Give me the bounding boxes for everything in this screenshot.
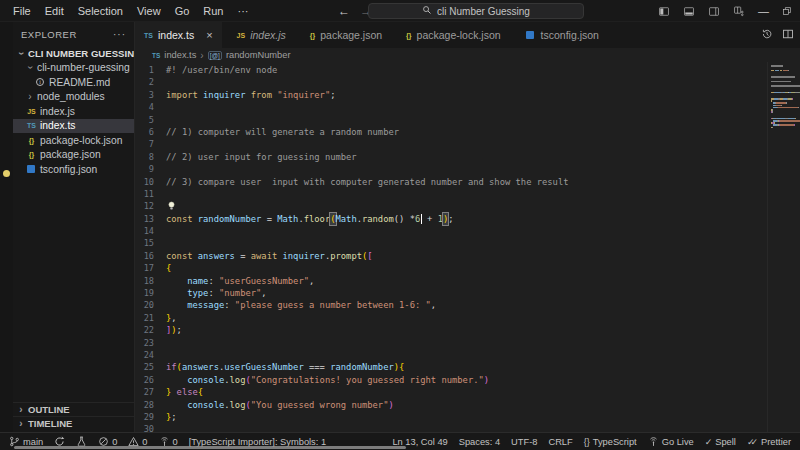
menu-item-selection[interactable]: Selection [71, 0, 130, 22]
token: = [261, 213, 277, 225]
status-label: 0 [173, 437, 178, 447]
activity-bar [0, 22, 13, 432]
status-item-ln-13-col-49[interactable]: Ln 13, Col 49 [392, 437, 447, 447]
lightbulb-icon[interactable] [167, 201, 176, 211]
line-number: 25 [135, 361, 166, 373]
chevron-right-icon: › [26, 91, 34, 102]
status-item-spaces-4[interactable]: Spaces: 4 [459, 437, 500, 447]
toggle-panel-icon[interactable] [683, 6, 695, 17]
tree-item-package-json[interactable]: {}package.json [13, 148, 134, 163]
minimize-button[interactable]: — [758, 6, 769, 16]
status-item-typescript[interactable]: {}TypeScript [584, 437, 637, 447]
tree-item-cli-number-guessing[interactable]: ›cli-number-guessing [13, 61, 134, 76]
token: const [166, 250, 192, 262]
line-number: 22 [135, 324, 166, 336]
token: [ [367, 250, 372, 262]
code-editor[interactable]: 1#! /user/bin/env node23import inquirer … [135, 62, 767, 432]
code-line-3: 3import inquirer from "inquirer"; [135, 89, 767, 101]
minimap-token [788, 70, 789, 72]
tab-tsconfig.json[interactable]: tsconfig.json [516, 22, 608, 48]
tree-item-index-ts[interactable]: TSindex.ts [13, 119, 134, 134]
token: // 3) compare user input with computer g… [166, 176, 569, 188]
braces-icon: {} [584, 437, 590, 447]
timeline-section[interactable]: › TIMELINE [13, 416, 134, 430]
token: if [166, 361, 177, 373]
token: { [166, 262, 171, 274]
token: log [230, 374, 246, 386]
minimap[interactable] [767, 62, 800, 432]
outline-section[interactable]: › OUTLINE [13, 402, 134, 416]
js-file-icon: JS [26, 108, 37, 115]
chevron-right-icon: › [17, 418, 25, 429]
menu-item-file[interactable]: File [6, 0, 38, 22]
explorer-more-actions-icon[interactable]: ··· [113, 29, 126, 40]
code-line-25: 25if(answers.userGuessNumber === randomN… [135, 361, 767, 373]
toggle-sidebar-icon[interactable] [658, 6, 670, 17]
tree-item-readme-md[interactable]: iREADME.md [13, 75, 134, 90]
tab-label: package.json [320, 29, 382, 41]
tab-index.ts[interactable]: TSindex.ts× [135, 22, 222, 48]
token: { [198, 386, 203, 398]
line-number: 28 [135, 399, 166, 411]
json-file-icon: {} [310, 32, 315, 39]
minimap-token [780, 124, 794, 126]
line-number: 2 [135, 76, 166, 88]
breadcrumb-symbol[interactable]: randomNumber [226, 50, 291, 60]
tree-item-tsconfig-json[interactable]: tsconfig.json [13, 162, 134, 177]
customize-layout-icon[interactable] [733, 6, 745, 17]
token: = [235, 250, 251, 262]
ts-file-icon: TS [152, 52, 160, 59]
tab-index.js[interactable]: JSindex.js [228, 22, 295, 48]
chevron-down-icon: › [25, 64, 36, 72]
status-item-utf-8[interactable]: UTF-8 [511, 437, 537, 447]
tab-package.json[interactable]: {}package.json [301, 22, 391, 48]
ts-file-icon: TS [144, 32, 153, 39]
navigate-back-button[interactable]: ← [338, 4, 350, 18]
toggle-secondary-sidebar-icon[interactable] [708, 6, 720, 17]
menu-item-view[interactable]: View [130, 0, 168, 22]
tree-item-cli-number-guessing[interactable]: ›CLI NUMBER GUESSING [13, 46, 134, 61]
line-number: 30 [135, 423, 166, 432]
token: ; [177, 324, 182, 336]
json-file-icon: {} [406, 32, 411, 39]
status-item-go-live[interactable]: Go Live [648, 436, 694, 447]
tree-item-package-lock-json[interactable]: {}package-lock.json [13, 133, 134, 148]
line-number: 29 [135, 411, 166, 423]
restore-window-button[interactable] [782, 6, 792, 16]
menu-item-[interactable]: ··· [231, 0, 256, 22]
token: : [224, 299, 235, 311]
breadcrumb-file[interactable]: index.ts [164, 50, 196, 60]
menu-item-edit[interactable]: Edit [38, 0, 71, 22]
code-line-6: 6// 1) computer will generate a random n… [135, 126, 767, 138]
token: : [208, 275, 219, 287]
token: type [187, 287, 208, 299]
tab-package-lock.json[interactable]: {}package-lock.json [397, 22, 510, 48]
minimap-token [778, 107, 798, 109]
close-tab-icon[interactable]: × [206, 30, 212, 40]
token: === [304, 361, 330, 373]
minimap-line [771, 128, 800, 130]
tab-label: package-lock.json [417, 29, 501, 41]
command-center-search[interactable]: cli Number Guessing [368, 3, 584, 19]
split-editor-icon[interactable] [782, 28, 794, 42]
token: ; [171, 411, 176, 423]
status-item-spell[interactable]: ✓Spell [705, 437, 736, 447]
double-check-icon: ✓✓ [747, 437, 758, 447]
code-line-27: 27} else{ [135, 386, 767, 398]
timeline-history-icon[interactable] [761, 28, 773, 42]
code-line-14: 14 [135, 225, 767, 237]
status-item-crlf[interactable]: CRLF [548, 437, 572, 447]
tree-item-index-js[interactable]: JSindex.js [13, 104, 134, 119]
token: inquirer [203, 89, 245, 101]
tree-item-label: tsconfig.json [40, 164, 97, 175]
tree-item-node-modules[interactable]: ›node_modules [13, 90, 134, 105]
status-item--typescript-importer-symbols-1[interactable]: [TypeScript Importer]: Symbols: 1 [189, 437, 326, 447]
minimap-line [771, 107, 800, 109]
line-number: 12 [135, 200, 166, 212]
status-item-prettier[interactable]: ✓✓Prettier [747, 437, 791, 447]
token: { [399, 361, 404, 373]
token: randomNumber [330, 361, 394, 373]
menu-item-run[interactable]: Run [196, 0, 230, 22]
menu-item-go[interactable]: Go [168, 0, 197, 22]
token [166, 287, 187, 299]
